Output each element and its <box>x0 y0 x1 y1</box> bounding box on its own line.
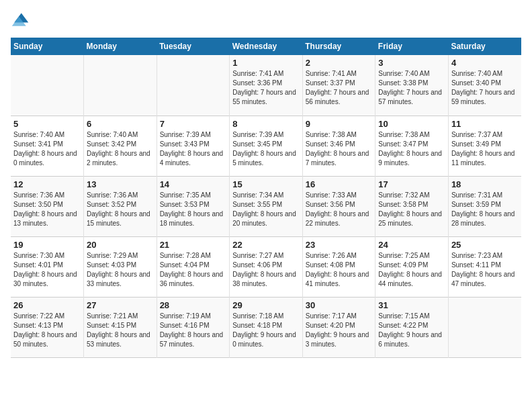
calendar-table: SundayMondayTuesdayWednesdayThursdayFrid… <box>11 38 521 358</box>
day-info: Sunrise: 7:37 AM Sunset: 3:49 PM Dayligh… <box>451 130 519 168</box>
calendar-cell: 16Sunrise: 7:33 AM Sunset: 3:56 PM Dayli… <box>302 176 375 236</box>
calendar-cell: 23Sunrise: 7:26 AM Sunset: 4:08 PM Dayli… <box>302 236 375 297</box>
calendar-cell: 25Sunrise: 7:23 AM Sunset: 4:11 PM Dayli… <box>448 236 521 297</box>
day-number: 25 <box>451 240 519 250</box>
day-info: Sunrise: 7:39 AM Sunset: 3:43 PM Dayligh… <box>160 130 227 168</box>
page-header <box>11 11 521 30</box>
day-number: 2 <box>306 58 373 68</box>
calendar-cell: 30Sunrise: 7:17 AM Sunset: 4:20 PM Dayli… <box>302 297 375 357</box>
day-number: 5 <box>13 119 81 129</box>
day-number: 30 <box>306 300 373 310</box>
day-info: Sunrise: 7:18 AM Sunset: 4:18 PM Dayligh… <box>232 312 300 349</box>
day-info: Sunrise: 7:25 AM Sunset: 4:09 PM Dayligh… <box>378 251 445 289</box>
calendar-cell: 9Sunrise: 7:38 AM Sunset: 3:46 PM Daylig… <box>302 116 375 176</box>
day-number: 9 <box>306 119 373 129</box>
day-number: 10 <box>378 119 445 129</box>
day-number: 31 <box>378 300 445 310</box>
calendar-cell <box>11 55 84 116</box>
day-number: 18 <box>451 179 519 189</box>
day-info: Sunrise: 7:31 AM Sunset: 3:59 PM Dayligh… <box>451 191 519 228</box>
weekday-header: Wednesday <box>230 38 303 55</box>
day-info: Sunrise: 7:27 AM Sunset: 4:06 PM Dayligh… <box>232 251 300 289</box>
day-number: 11 <box>451 119 519 129</box>
day-info: Sunrise: 7:36 AM Sunset: 3:50 PM Dayligh… <box>13 191 81 228</box>
day-number: 13 <box>87 179 154 189</box>
day-info: Sunrise: 7:40 AM Sunset: 3:40 PM Dayligh… <box>451 69 519 107</box>
day-number: 26 <box>13 300 81 310</box>
day-info: Sunrise: 7:41 AM Sunset: 3:37 PM Dayligh… <box>306 69 373 107</box>
logo-icon <box>11 11 30 30</box>
day-info: Sunrise: 7:39 AM Sunset: 3:45 PM Dayligh… <box>232 130 300 168</box>
calendar-cell: 27Sunrise: 7:21 AM Sunset: 4:15 PM Dayli… <box>84 297 157 357</box>
calendar-week-row: 19Sunrise: 7:30 AM Sunset: 4:01 PM Dayli… <box>11 236 521 297</box>
calendar-week-row: 12Sunrise: 7:36 AM Sunset: 3:50 PM Dayli… <box>11 176 521 236</box>
day-info: Sunrise: 7:41 AM Sunset: 3:36 PM Dayligh… <box>232 69 300 107</box>
calendar-cell: 3Sunrise: 7:40 AM Sunset: 3:38 PM Daylig… <box>375 55 449 116</box>
day-number: 15 <box>232 179 300 189</box>
day-number: 14 <box>160 179 227 189</box>
calendar-cell: 22Sunrise: 7:27 AM Sunset: 4:06 PM Dayli… <box>230 236 303 297</box>
weekday-header: Saturday <box>448 38 521 55</box>
day-info: Sunrise: 7:40 AM Sunset: 3:41 PM Dayligh… <box>13 130 81 168</box>
logo <box>11 11 32 30</box>
day-number: 28 <box>160 300 227 310</box>
day-number: 23 <box>306 240 373 250</box>
day-info: Sunrise: 7:29 AM Sunset: 4:03 PM Dayligh… <box>87 251 154 289</box>
calendar-week-row: 26Sunrise: 7:22 AM Sunset: 4:13 PM Dayli… <box>11 297 521 357</box>
day-info: Sunrise: 7:22 AM Sunset: 4:13 PM Dayligh… <box>13 312 81 349</box>
calendar-week-row: 1Sunrise: 7:41 AM Sunset: 3:36 PM Daylig… <box>11 55 521 116</box>
day-number: 19 <box>13 240 81 250</box>
calendar-cell: 6Sunrise: 7:40 AM Sunset: 3:42 PM Daylig… <box>84 116 157 176</box>
calendar-cell: 29Sunrise: 7:18 AM Sunset: 4:18 PM Dayli… <box>230 297 303 357</box>
day-info: Sunrise: 7:38 AM Sunset: 3:46 PM Dayligh… <box>306 130 373 168</box>
calendar-cell <box>84 55 157 116</box>
calendar-cell: 12Sunrise: 7:36 AM Sunset: 3:50 PM Dayli… <box>11 176 84 236</box>
day-number: 12 <box>13 179 81 189</box>
day-info: Sunrise: 7:40 AM Sunset: 3:38 PM Dayligh… <box>378 69 445 107</box>
day-info: Sunrise: 7:26 AM Sunset: 4:08 PM Dayligh… <box>306 251 373 289</box>
day-info: Sunrise: 7:23 AM Sunset: 4:11 PM Dayligh… <box>451 251 519 289</box>
day-info: Sunrise: 7:35 AM Sunset: 3:53 PM Dayligh… <box>160 191 227 228</box>
day-info: Sunrise: 7:36 AM Sunset: 3:52 PM Dayligh… <box>87 191 154 228</box>
day-info: Sunrise: 7:38 AM Sunset: 3:47 PM Dayligh… <box>378 130 445 168</box>
day-number: 3 <box>378 58 445 68</box>
day-info: Sunrise: 7:34 AM Sunset: 3:55 PM Dayligh… <box>232 191 300 228</box>
weekday-header: Tuesday <box>157 38 230 55</box>
day-number: 1 <box>232 58 300 68</box>
calendar-cell: 17Sunrise: 7:32 AM Sunset: 3:58 PM Dayli… <box>375 176 449 236</box>
calendar-cell: 28Sunrise: 7:19 AM Sunset: 4:16 PM Dayli… <box>157 297 230 357</box>
day-number: 20 <box>87 240 154 250</box>
calendar-cell: 10Sunrise: 7:38 AM Sunset: 3:47 PM Dayli… <box>375 116 449 176</box>
calendar-cell: 19Sunrise: 7:30 AM Sunset: 4:01 PM Dayli… <box>11 236 84 297</box>
day-info: Sunrise: 7:40 AM Sunset: 3:42 PM Dayligh… <box>87 130 154 168</box>
day-number: 8 <box>232 119 300 129</box>
weekday-header: Friday <box>375 38 449 55</box>
weekday-header: Monday <box>84 38 157 55</box>
day-number: 16 <box>306 179 373 189</box>
day-number: 7 <box>160 119 227 129</box>
calendar-cell: 7Sunrise: 7:39 AM Sunset: 3:43 PM Daylig… <box>157 116 230 176</box>
calendar-cell: 18Sunrise: 7:31 AM Sunset: 3:59 PM Dayli… <box>448 176 521 236</box>
calendar-cell: 24Sunrise: 7:25 AM Sunset: 4:09 PM Dayli… <box>375 236 449 297</box>
calendar-cell: 21Sunrise: 7:28 AM Sunset: 4:04 PM Dayli… <box>157 236 230 297</box>
calendar-cell: 8Sunrise: 7:39 AM Sunset: 3:45 PM Daylig… <box>230 116 303 176</box>
day-info: Sunrise: 7:28 AM Sunset: 4:04 PM Dayligh… <box>160 251 227 289</box>
calendar-cell <box>448 297 521 357</box>
calendar-cell: 26Sunrise: 7:22 AM Sunset: 4:13 PM Dayli… <box>11 297 84 357</box>
day-info: Sunrise: 7:21 AM Sunset: 4:15 PM Dayligh… <box>87 312 154 349</box>
day-number: 6 <box>87 119 154 129</box>
weekday-header-row: SundayMondayTuesdayWednesdayThursdayFrid… <box>11 38 521 55</box>
calendar-cell <box>157 55 230 116</box>
day-number: 29 <box>232 300 300 310</box>
calendar-cell: 5Sunrise: 7:40 AM Sunset: 3:41 PM Daylig… <box>11 116 84 176</box>
day-info: Sunrise: 7:30 AM Sunset: 4:01 PM Dayligh… <box>13 251 81 289</box>
calendar-cell: 20Sunrise: 7:29 AM Sunset: 4:03 PM Dayli… <box>84 236 157 297</box>
calendar-cell: 31Sunrise: 7:15 AM Sunset: 4:22 PM Dayli… <box>375 297 449 357</box>
calendar-cell: 11Sunrise: 7:37 AM Sunset: 3:49 PM Dayli… <box>448 116 521 176</box>
day-info: Sunrise: 7:17 AM Sunset: 4:20 PM Dayligh… <box>306 312 373 349</box>
day-number: 4 <box>451 58 519 68</box>
day-info: Sunrise: 7:32 AM Sunset: 3:58 PM Dayligh… <box>378 191 445 228</box>
day-number: 27 <box>87 300 154 310</box>
calendar-week-row: 5Sunrise: 7:40 AM Sunset: 3:41 PM Daylig… <box>11 116 521 176</box>
day-number: 22 <box>232 240 300 250</box>
